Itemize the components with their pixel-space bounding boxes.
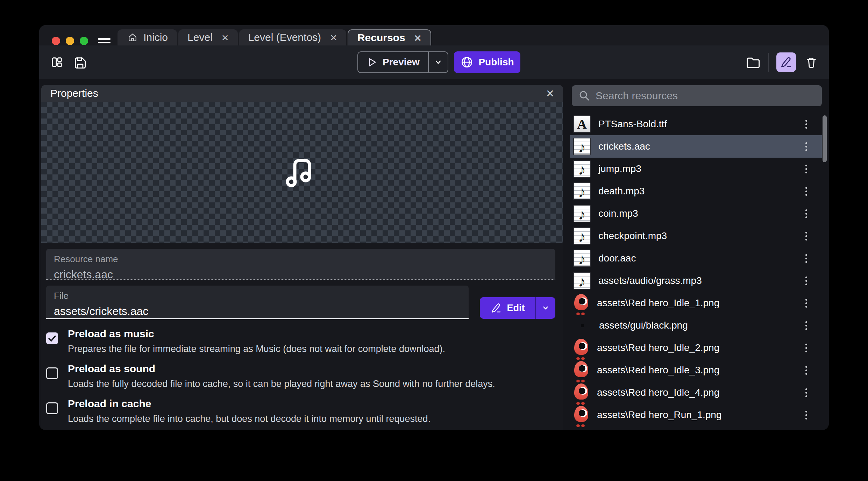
row-menu-button[interactable] xyxy=(801,162,811,176)
resource-preview xyxy=(41,102,563,243)
resource-row[interactable]: crickets.aac xyxy=(570,135,822,158)
toolbar: Preview Publish xyxy=(39,45,829,79)
main-content: Properties × Resource name crickets.aac … xyxy=(39,79,829,430)
resource-name-label: Resource name xyxy=(54,254,548,265)
tab-recursos[interactable]: Recursos × xyxy=(348,29,431,45)
row-menu-button[interactable] xyxy=(801,363,811,377)
row-menu-button[interactable] xyxy=(801,386,811,400)
toolbar-left xyxy=(49,55,87,70)
resource-label: assets\Red hero_Idle_4.png xyxy=(597,387,719,398)
row-menu-button[interactable] xyxy=(801,207,811,221)
minimize-window-button[interactable] xyxy=(66,37,74,45)
resource-row[interactable]: assets/audio/grass.mp3 xyxy=(570,270,822,292)
audio-file-icon xyxy=(573,227,591,245)
resource-label: death.mp3 xyxy=(598,186,645,197)
row-menu-button[interactable] xyxy=(801,229,811,243)
edit-options-button[interactable] xyxy=(535,297,555,319)
resource-label: assets\Red hero_Idle_3.png xyxy=(597,365,719,376)
row-menu-button[interactable] xyxy=(801,318,811,332)
row-menu-button[interactable] xyxy=(801,139,811,153)
audio-file-icon xyxy=(573,182,591,200)
search-icon xyxy=(578,89,591,102)
preload-as-music-row: Preload as music Prepares the file for i… xyxy=(46,328,543,354)
tab-level-eventos[interactable]: Level (Eventos) × xyxy=(239,29,346,45)
preview-options-button[interactable] xyxy=(428,52,448,72)
resource-row[interactable]: assets\Red hero_Idle_3.png xyxy=(570,359,822,381)
tab-inicio[interactable]: Inicio xyxy=(118,29,177,45)
resource-label: PTSans-Bold.ttf xyxy=(598,119,667,130)
edit-button[interactable]: Edit xyxy=(480,297,535,319)
row-menu-button[interactable] xyxy=(801,251,811,265)
preview-button[interactable]: Preview xyxy=(358,52,428,72)
open-folder-button[interactable] xyxy=(745,55,760,70)
row-menu-button[interactable] xyxy=(801,117,811,131)
audio-file-icon xyxy=(573,250,591,267)
resource-row[interactable]: assets\Red hero_Run_1.png xyxy=(570,404,822,426)
preview-label: Preview xyxy=(383,57,420,68)
chevron-down-icon xyxy=(541,303,550,313)
resource-label: assets\Red hero_Run_1.png xyxy=(597,409,721,421)
audio-file-icon xyxy=(573,272,591,289)
row-menu-button[interactable] xyxy=(801,184,811,198)
red-hero-sprite-icon xyxy=(573,293,589,313)
preload-as-music-checkbox[interactable] xyxy=(46,332,58,344)
resource-label: jump.mp3 xyxy=(598,163,641,174)
resource-name-field[interactable]: Resource name crickets.aac xyxy=(46,249,555,280)
checkbox-label: Preload in cache xyxy=(68,398,431,410)
tab-level[interactable]: Level × xyxy=(178,29,238,45)
edit-button-group: Edit xyxy=(480,297,555,319)
pencil-icon xyxy=(780,56,793,69)
scrollbar-thumb[interactable] xyxy=(823,115,827,162)
search-bar[interactable] xyxy=(572,85,822,106)
row-menu-button[interactable] xyxy=(801,341,811,355)
pencil-icon xyxy=(490,302,502,314)
home-icon xyxy=(127,31,138,43)
file-field[interactable]: File assets/crickets.aac xyxy=(46,286,469,319)
preview-button-group: Preview xyxy=(357,51,448,73)
row-menu-button[interactable] xyxy=(801,296,811,310)
audio-file-icon xyxy=(573,205,591,222)
resource-row[interactable]: jump.mp3 xyxy=(570,158,822,180)
globe-icon xyxy=(460,56,474,69)
resource-row[interactable]: assets\Red hero_Idle_1.png xyxy=(570,292,822,314)
tab-close-icon[interactable]: × xyxy=(414,33,421,43)
resource-list: PTSans-Bold.ttf crickets.aac jump.mp3 de… xyxy=(570,113,822,426)
preload-in-cache-checkbox[interactable] xyxy=(46,402,58,414)
checkbox-label: Preload as music xyxy=(68,328,445,340)
row-menu-button[interactable] xyxy=(801,408,811,422)
row-menu-button[interactable] xyxy=(801,274,811,288)
resource-row[interactable]: assets/gui/black.png xyxy=(570,314,822,337)
delete-resource-button[interactable] xyxy=(804,55,819,70)
properties-header: Properties × xyxy=(41,85,563,102)
resource-row[interactable]: door.aac xyxy=(570,247,822,270)
resource-row[interactable]: checkpoint.mp3 xyxy=(570,225,822,247)
search-input[interactable] xyxy=(596,90,791,102)
red-hero-sprite-icon xyxy=(573,383,589,402)
resource-label: assets\Red hero_Idle_2.png xyxy=(597,342,719,353)
resource-row[interactable]: coin.mp3 xyxy=(570,202,822,225)
tab-label: Level xyxy=(187,31,213,43)
toolbar-divider xyxy=(768,53,769,72)
checkbox-description: Loads the fully decoded file into cache,… xyxy=(68,379,495,389)
close-properties-button[interactable]: × xyxy=(546,87,554,100)
resource-row[interactable]: PTSans-Bold.ttf xyxy=(570,113,822,135)
save-button[interactable] xyxy=(72,55,87,70)
toolbar-right xyxy=(745,52,819,72)
resource-row[interactable]: assets\Red hero_Idle_4.png xyxy=(570,381,822,404)
tab-close-icon[interactable]: × xyxy=(330,32,337,43)
edit-mode-button[interactable] xyxy=(776,52,796,72)
preload-as-sound-row: Preload as sound Loads the fully decoded… xyxy=(46,363,543,389)
scrollbar[interactable] xyxy=(823,79,827,430)
layout-icon xyxy=(50,55,64,69)
close-window-button[interactable] xyxy=(52,37,60,45)
resource-row[interactable]: death.mp3 xyxy=(570,180,822,202)
publish-button[interactable]: Publish xyxy=(454,51,520,73)
resource-row[interactable]: assets\Red hero_Idle_2.png xyxy=(570,337,822,359)
tab-close-icon[interactable]: × xyxy=(222,32,229,43)
resource-label: assets/gui/black.png xyxy=(599,320,688,331)
preload-as-sound-checkbox[interactable] xyxy=(46,367,58,379)
project-manager-button[interactable] xyxy=(49,55,64,70)
resource-name-value: crickets.aac xyxy=(54,268,548,281)
maximize-window-button[interactable] xyxy=(80,37,88,45)
properties-panel: Properties × Resource name crickets.aac … xyxy=(41,85,563,430)
